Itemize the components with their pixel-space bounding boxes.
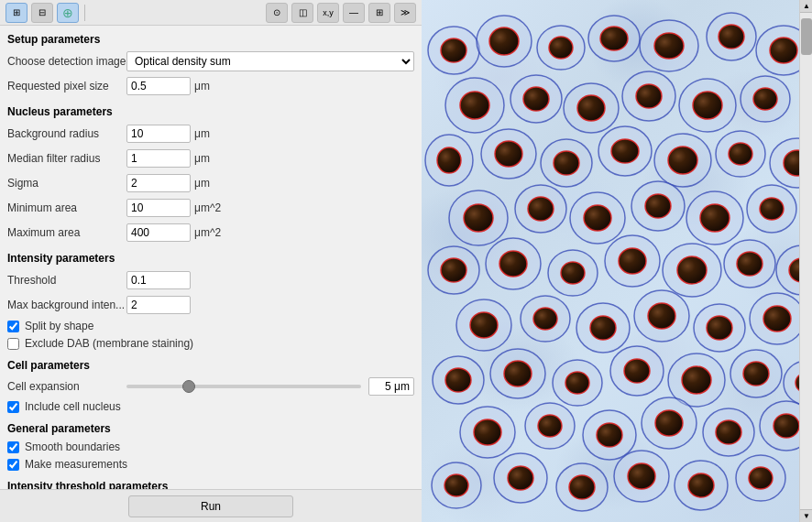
svg-point-72 [495, 141, 522, 167]
median-input[interactable] [126, 149, 191, 168]
svg-point-62 [654, 33, 684, 59]
svg-point-83 [760, 198, 784, 220]
svg-point-68 [636, 84, 662, 108]
cell-expansion-slider-container [126, 377, 361, 396]
cell-expansion-row: Cell expansion [7, 377, 414, 396]
table-icon[interactable]: ◫ [291, 3, 313, 23]
svg-point-61 [600, 27, 628, 50]
cell-section-title: Cell parameters [7, 359, 414, 372]
svg-point-60 [549, 37, 573, 59]
pixel-size-input[interactable]: 0.5 [126, 77, 191, 95]
svg-point-95 [707, 316, 732, 340]
svg-point-79 [528, 197, 554, 221]
fullscreen-icon[interactable]: ⊙ [266, 3, 288, 23]
svg-point-100 [624, 359, 650, 383]
max-area-input[interactable] [126, 223, 191, 242]
max-area-label: Maximum area [7, 226, 126, 239]
svg-point-58 [441, 38, 466, 62]
median-label: Median filter radius [7, 152, 126, 165]
make-measurements-label: Make measurements [25, 458, 127, 471]
make-measurements-checkbox[interactable] [7, 459, 19, 471]
bg-radius-unit: μm [194, 127, 210, 140]
minus-icon[interactable]: — [343, 3, 365, 23]
general-section-title: General parameters [7, 422, 414, 435]
svg-point-94 [648, 303, 675, 329]
min-area-input[interactable] [126, 199, 191, 217]
svg-point-109 [774, 414, 799, 438]
svg-point-78 [464, 204, 493, 232]
threshold-row: Threshold [7, 270, 414, 290]
svg-point-96 [763, 306, 791, 332]
split-by-shape-label: Split by shape [25, 320, 93, 332]
dots-icon[interactable]: ⊞ [368, 3, 390, 23]
split-icon[interactable]: ⊟ [31, 3, 53, 23]
separator1 [84, 5, 85, 21]
min-area-unit: μm^2 [194, 201, 221, 214]
target-icon[interactable]: ⊕ [57, 3, 79, 23]
cell-expansion-slider[interactable] [126, 385, 361, 388]
min-area-row: Minimum area μm^2 [7, 198, 414, 218]
svg-point-92 [533, 308, 557, 330]
grid-icon[interactable]: ⊞ [5, 3, 27, 23]
smooth-boundaries-label: Smooth boundaries [25, 440, 120, 453]
params-panel: Setup parameters Choose detection image … [0, 26, 422, 489]
measurements-row: Make measurements [7, 458, 414, 471]
scrollbar-thumb[interactable] [801, 18, 812, 55]
svg-point-71 [437, 147, 461, 173]
median-unit: μm [194, 152, 210, 165]
split-by-shape-checkbox[interactable] [7, 321, 19, 332]
min-area-label: Minimum area [7, 201, 126, 214]
scrollbar-up-arrow[interactable]: ▲ [800, 0, 812, 13]
svg-point-75 [668, 147, 697, 174]
pixel-size-label: Requested pixel size [7, 80, 126, 92]
intensity-threshold-section-title: Intensity threshold parameters [7, 480, 414, 489]
threshold-input[interactable] [126, 271, 191, 289]
svg-point-86 [561, 262, 585, 284]
xy-icon[interactable]: x,y [317, 3, 339, 23]
pixel-size-unit: μm [194, 80, 210, 92]
svg-point-91 [470, 312, 498, 338]
include-nucleus-label: Include cell nucleus [25, 400, 121, 413]
cell-expansion-label: Cell expansion [7, 380, 126, 393]
svg-point-63 [719, 25, 744, 49]
scroll-area[interactable]: Setup parameters Choose detection image … [0, 26, 422, 489]
svg-point-101 [682, 366, 711, 394]
svg-point-102 [743, 362, 769, 386]
run-button[interactable]: Run [128, 495, 293, 517]
svg-point-81 [645, 194, 671, 218]
include-nucleus-checkbox[interactable] [7, 401, 19, 413]
pixel-size-row: Requested pixel size 0.5 μm [7, 76, 414, 96]
svg-point-66 [523, 87, 549, 111]
cell-expansion-value[interactable] [368, 377, 414, 396]
cell-overlay [422, 0, 812, 522]
svg-point-113 [628, 463, 655, 489]
exclude-dab-checkbox[interactable] [7, 338, 19, 350]
threshold-label: Threshold [7, 274, 126, 287]
right-panel: ▲ ▼ [422, 0, 812, 522]
svg-point-98 [504, 361, 532, 386]
bg-radius-input[interactable] [126, 125, 191, 143]
max-area-unit: μm^2 [194, 226, 221, 239]
exclude-dab-label: Exclude DAB (membrane staining) [25, 337, 193, 350]
svg-point-82 [700, 204, 730, 232]
toolbar-right: ⊙ ◫ x,y — ⊞ ≫ [266, 3, 416, 23]
microscopy-image[interactable]: ▲ ▼ [422, 0, 812, 522]
svg-point-74 [611, 139, 639, 163]
svg-point-85 [499, 251, 527, 277]
svg-point-67 [577, 95, 605, 121]
svg-point-73 [554, 151, 579, 175]
svg-point-69 [693, 92, 722, 119]
svg-point-70 [753, 88, 777, 110]
svg-point-93 [590, 316, 616, 340]
sigma-row: Sigma μm [7, 173, 414, 193]
smooth-boundaries-checkbox[interactable] [7, 441, 19, 453]
svg-point-107 [655, 410, 683, 436]
expand-icon[interactable]: ≫ [394, 3, 416, 23]
image-scrollbar-vertical[interactable]: ▲ ▼ [799, 0, 812, 522]
scrollbar-down-arrow[interactable]: ▼ [800, 509, 812, 522]
choose-image-select[interactable]: Optical density sum Hematoxylin OD DAB O… [126, 51, 414, 71]
max-bg-input[interactable] [126, 296, 191, 314]
toolbar: ⊞ ⊟ ⊕ ⊙ ◫ x,y — ⊞ ≫ [0, 0, 422, 26]
split-by-shape-row: Split by shape [7, 320, 414, 332]
sigma-input[interactable] [126, 174, 191, 192]
